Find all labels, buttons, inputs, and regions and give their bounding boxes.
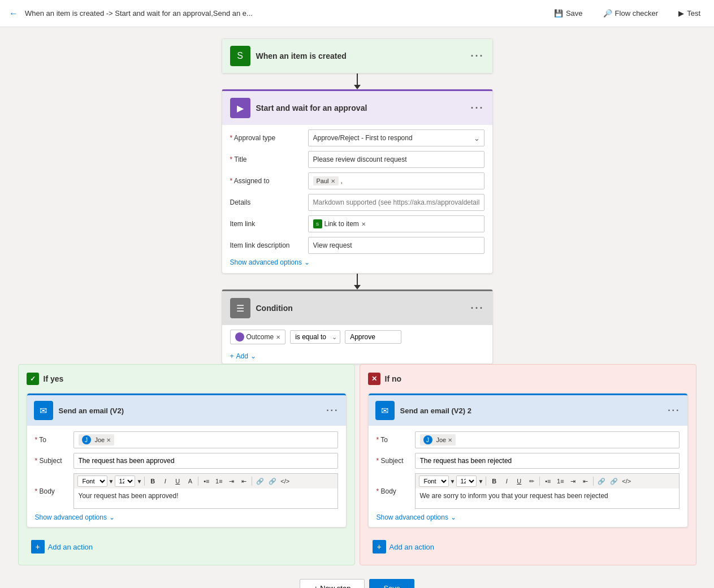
outcome-tag-remove[interactable]: ✕	[276, 334, 280, 340]
ol-button-no[interactable]: 1≡	[555, 475, 566, 487]
new-step-button[interactable]: + New step	[300, 579, 365, 588]
italic-button-yes[interactable]: I	[159, 475, 171, 487]
add-condition-button[interactable]: + Add ⌄	[222, 349, 492, 364]
joe-tag-yes-remove[interactable]: ✕	[106, 437, 111, 443]
italic-button-no[interactable]: I	[501, 475, 512, 487]
font-dropdown-icon-no: ▼	[450, 478, 456, 485]
email-card-yes: ✉ Send an email (V2) ··· To J Joe ✕	[27, 393, 347, 528]
assigned-to-input[interactable]: Paul ✕ ,	[308, 172, 484, 189]
equals-select[interactable]: is equal to	[290, 330, 340, 344]
link-button-no[interactable]: 🔗	[596, 475, 607, 487]
condition-more-button[interactable]: ···	[470, 302, 484, 314]
save-button[interactable]: 💾 Save	[549, 7, 587, 20]
email-yes-icon: ✉	[34, 401, 53, 420]
email-yes-show-advanced[interactable]: Show advanced options ⌄	[35, 513, 338, 521]
email-no-subject-row: Subject	[377, 453, 680, 469]
outdent-button-yes[interactable]: ⇤	[238, 475, 249, 487]
approval-type-select-wrap[interactable]: Approve/Reject - First to respond	[308, 129, 484, 146]
condition-card-header: ☰ Condition ···	[222, 291, 492, 325]
details-row: Details	[230, 194, 484, 211]
add-action-yes-icon: +	[31, 540, 45, 554]
details-input[interactable]	[308, 194, 484, 211]
approval-title-input[interactable]	[308, 151, 484, 168]
trigger-card: S When an item is created ···	[222, 38, 493, 74]
email-yes-body-content[interactable]: Your request has been approved!	[73, 488, 338, 509]
trigger-icon: S	[230, 46, 250, 66]
size-dropdown-icon: ▼	[136, 478, 142, 485]
paul-tag: Paul ✕	[313, 176, 339, 185]
size-dropdown-icon-no: ▼	[478, 478, 483, 485]
email-yes-title: Send an email (V2)	[59, 407, 321, 415]
branches-container: ✓ If yes ✉ Send an email (V2) ··· To	[18, 364, 696, 565]
add-action-yes-button[interactable]: + Add an action	[27, 537, 347, 557]
bottom-save-button[interactable]: Save	[369, 579, 414, 588]
highlight-button-yes[interactable]: A	[184, 475, 196, 487]
email-yes-toolbar: Font ▼ 12 ▼ B I U	[73, 473, 338, 488]
outdent-button-no[interactable]: ⇤	[579, 475, 591, 487]
email-yes-size-select[interactable]: 12	[115, 475, 135, 487]
indent-button-yes[interactable]: ⇥	[226, 475, 237, 487]
ul-button-yes[interactable]: •≡	[201, 475, 212, 487]
email-no-font-select[interactable]: Font	[419, 475, 449, 487]
approval-type-select[interactable]: Approve/Reject - First to respond	[308, 129, 484, 146]
link-tag-remove[interactable]: ✕	[361, 221, 366, 227]
ol-button-yes[interactable]: 1≡	[213, 475, 224, 487]
paul-tag-remove[interactable]: ✕	[331, 178, 335, 184]
flow-checker-button[interactable]: 🔎 Flow checker	[599, 7, 663, 20]
topbar: ← When an item is created -> Start and w…	[0, 0, 714, 27]
approve-input[interactable]	[345, 330, 401, 344]
email-card-no: ✉ Send an email (V2) 2 ··· To J Joe ✕	[368, 393, 688, 528]
condition-row: Outcome ✕ is equal to	[222, 325, 492, 349]
condition-icon: ☰	[230, 298, 250, 318]
separator-1	[144, 477, 145, 486]
item-link-input[interactable]: S Link to item ✕	[308, 215, 484, 232]
email-no-to-input[interactable]: J Joe ✕	[415, 431, 680, 448]
item-link-label: Item link	[230, 220, 304, 228]
branch-no-header: ✕ If no	[368, 373, 688, 385]
email-no-icon: ✉	[375, 401, 395, 420]
email-yes-to-row: To J Joe ✕	[35, 431, 338, 448]
chevron-down-icon-yes: ⌄	[109, 513, 115, 521]
save-icon: 💾	[554, 9, 563, 18]
add-action-no-button[interactable]: + Add an action	[368, 537, 688, 557]
bold-button-yes[interactable]: B	[147, 475, 158, 487]
underline-button-no[interactable]: U	[513, 475, 525, 487]
email-no-size-select[interactable]: 12	[456, 475, 477, 487]
email-yes-to-input[interactable]: J Joe ✕	[73, 431, 338, 448]
approval-more-button[interactable]: ···	[470, 102, 484, 114]
email-yes-subject-label: Subject	[35, 457, 69, 465]
approval-body: Approval type Approve/Reject - First to …	[222, 125, 492, 273]
bold-button-no[interactable]: B	[488, 475, 500, 487]
joe-tag-no-remove[interactable]: ✕	[448, 437, 452, 443]
email-yes-subject-row: Subject	[35, 453, 338, 469]
assigned-to-row: Assigned to Paul ✕ ,	[230, 172, 484, 189]
link-button-yes[interactable]: 🔗	[254, 475, 266, 487]
email-no-subject-input[interactable]	[415, 453, 680, 469]
email-yes-more-button[interactable]: ···	[326, 405, 339, 416]
plus-icon: +	[230, 352, 234, 360]
email-no-body-content[interactable]: We are sorry to inform you that your req…	[415, 488, 680, 509]
back-button[interactable]: ←	[9, 8, 18, 19]
email-no-show-advanced[interactable]: Show advanced options ⌄	[377, 513, 680, 521]
email-no-more-button[interactable]: ···	[668, 405, 680, 416]
branch-yes-label: If yes	[44, 374, 64, 383]
unlink-button-yes[interactable]: 🔗	[267, 475, 278, 487]
unlink-button-no[interactable]: 🔗	[608, 475, 620, 487]
add-chevron-icon: ⌄	[250, 352, 256, 360]
email-yes-subject-input[interactable]	[73, 453, 338, 469]
separator-5	[539, 477, 540, 486]
ul-button-no[interactable]: •≡	[542, 475, 553, 487]
highlight-button-no[interactable]: ✏	[526, 475, 537, 487]
item-link-desc-input[interactable]	[308, 237, 484, 254]
test-button[interactable]: ▶ Test	[674, 7, 705, 20]
indent-button-no[interactable]: ⇥	[567, 475, 578, 487]
equals-wrap[interactable]: is equal to	[290, 330, 340, 344]
trigger-more-button[interactable]: ···	[470, 50, 484, 62]
underline-button-yes[interactable]: U	[172, 475, 183, 487]
bottom-actions: + New step Save	[300, 579, 414, 588]
code-button-yes[interactable]: </>	[279, 475, 291, 487]
email-yes-font-select[interactable]: Font	[77, 475, 107, 487]
branch-yes-header: ✓ If yes	[27, 373, 347, 385]
code-button-no[interactable]: </>	[621, 475, 632, 487]
approval-show-advanced[interactable]: Show advanced options ⌄	[230, 258, 484, 266]
